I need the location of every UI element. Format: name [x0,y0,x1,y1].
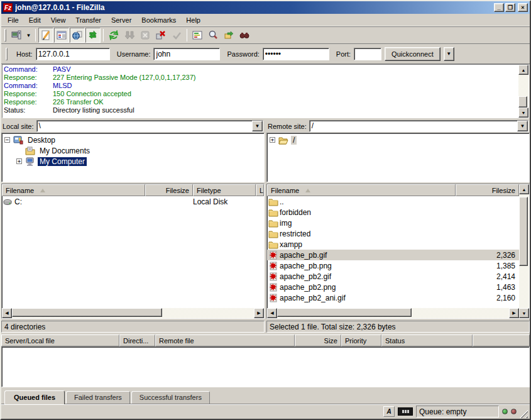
scrollbar-thumb[interactable] [277,308,412,317]
menu-transfer[interactable]: Transfer [70,15,106,25]
toggle-log-button[interactable] [38,28,53,43]
username-input[interactable] [153,48,220,60]
scroll-down-icon[interactable]: ▼ [518,108,528,118]
scroll-right-icon[interactable]: ▶ [254,308,264,318]
tab-failed-transfers[interactable]: Failed transfers [66,391,130,404]
column-header-filetype[interactable]: Filetype [193,184,256,196]
site-manager-dropdown[interactable]: ▼ [25,28,33,43]
scrollbar-thumb[interactable] [12,308,162,317]
local-tree[interactable]: Desktop My Documents My Computer [1,133,265,182]
tree-item-my-computer[interactable]: My Computer [3,156,264,167]
list-item-folder[interactable]: .. [267,196,519,207]
close-button[interactable]: × [518,3,528,12]
list-item-folder[interactable]: forbidden [267,207,519,218]
collapse-icon[interactable] [4,137,10,143]
remote-site-label: Remote site: [268,123,307,130]
reconnect-button[interactable] [169,28,184,43]
quickbar-grip[interactable] [6,48,8,60]
menu-bookmarks[interactable]: Bookmarks [136,15,181,25]
tree-label[interactable]: Desktop [26,136,57,145]
menu-help[interactable]: Help [181,15,205,25]
tab-queued-files[interactable]: Queued files [4,390,65,404]
column-header-status[interactable]: Status [381,334,473,346]
password-input[interactable] [263,48,329,60]
quickconnect-button[interactable]: Quickconnect [385,47,441,61]
filter-button[interactable] [190,28,205,43]
column-header-filesize[interactable]: Filesize [456,184,519,196]
quickconnect-dropdown[interactable]: ▼ [444,47,454,61]
local-horizontal-scrollbar[interactable]: ◀ ▶ [2,308,264,318]
tree-item-root[interactable]: / [268,135,529,145]
list-item-file[interactable]: apache_pb2_ani.gif 2,160 [267,292,519,303]
find-files-button[interactable] [237,28,252,43]
port-input[interactable] [354,48,381,60]
scroll-left-icon[interactable]: ◀ [2,308,12,318]
minimize-button[interactable]: _ [494,3,504,12]
scroll-up-icon[interactable]: ▲ [518,65,528,75]
list-item-folder[interactable]: restricted [267,228,519,239]
tree-label-selected[interactable]: / [291,136,297,145]
column-header-server-local-file[interactable]: Server/Local file [1,334,119,346]
combo-dropdown-icon[interactable]: ▼ [252,121,263,131]
sync-browsing-icon [224,30,234,40]
list-item-file[interactable]: apache_pb2.gif 2,414 [267,271,519,282]
list-item-c-drive[interactable]: C: Local Disk [2,196,264,207]
tab-successful-transfers[interactable]: Successful transfers [131,391,210,404]
expand-icon[interactable] [270,137,275,143]
toggle-remote-tree-button[interactable] [70,28,85,43]
toggle-queue-button[interactable] [85,28,101,43]
remote-vertical-scrollbar[interactable]: ▲ ▼ [519,184,529,318]
expand-icon[interactable] [16,158,22,164]
disconnect-button[interactable] [153,28,168,43]
column-header-lastmodified[interactable]: L [256,184,264,196]
tree-label[interactable]: My Documents [38,146,92,155]
tree-label-selected[interactable]: My Computer [38,157,87,166]
scroll-left-icon[interactable]: ◀ [267,308,277,318]
resize-grip[interactable] [520,410,528,418]
menu-server[interactable]: Server [106,15,136,25]
ascii-transfer-type-icon[interactable]: A [383,406,395,417]
scrollbar-thumb[interactable] [519,197,528,266]
toolbar-grip[interactable] [4,29,6,41]
cancel-operation-button[interactable] [138,28,153,43]
log-vertical-scrollbar[interactable]: ▲ ▼ [518,65,528,118]
remote-list-body[interactable]: .. forbidden img restricted [267,196,519,308]
list-item-file[interactable]: apache_pb2.png 1,463 [267,282,519,292]
menu-edit[interactable]: Edit [24,15,46,25]
tree-item-my-documents[interactable]: My Documents [3,145,264,156]
remote-site-combo[interactable]: / ▼ [309,120,528,132]
host-input[interactable] [36,48,110,60]
scroll-right-icon[interactable]: ▶ [509,308,519,318]
scroll-up-icon[interactable]: ▲ [519,184,529,194]
refresh-button[interactable] [106,28,121,43]
scroll-down-icon[interactable]: ▼ [519,308,529,318]
scrollbar-thumb[interactable] [518,96,527,108]
column-header-direction[interactable]: Directi... [119,334,155,346]
column-header-filesize[interactable]: Filesize [145,184,193,196]
site-manager-button[interactable] [9,28,24,43]
compare-button[interactable] [205,28,221,43]
remote-horizontal-scrollbar[interactable]: ◀ ▶ [267,308,519,318]
column-header-filename[interactable]: Filename [267,184,456,196]
process-queue-button[interactable] [122,28,137,43]
tree-item-desktop[interactable]: Desktop [3,135,264,145]
column-header-remote-file[interactable]: Remote file [155,334,295,346]
list-item-file-selected[interactable]: apache_pb.gif 2,326 [267,250,519,260]
column-header-size[interactable]: Size [295,334,341,346]
local-site-combo[interactable]: \ ▼ [36,120,263,132]
title-bar[interactable]: Fz john@127.0.0.1 - FileZilla _ ❐ × [1,1,530,14]
local-list-body[interactable]: C: Local Disk [2,196,264,308]
list-item-folder[interactable]: img [267,218,519,228]
combo-dropdown-icon[interactable]: ▼ [517,121,528,131]
menu-view[interactable]: View [46,15,71,25]
queue-body[interactable] [1,346,530,387]
column-header-priority[interactable]: Priority [341,334,381,346]
remote-tree[interactable]: / [266,133,530,182]
toggle-local-tree-button[interactable] [54,28,69,43]
list-item-folder[interactable]: xampp [267,239,519,250]
column-header-filename[interactable]: Filename [2,184,145,196]
menu-file[interactable]: File [3,15,24,25]
maximize-button[interactable]: ❐ [505,3,515,12]
list-item-file[interactable]: apache_pb.png 1,385 [267,260,519,271]
sync-browsing-button[interactable] [221,28,236,43]
